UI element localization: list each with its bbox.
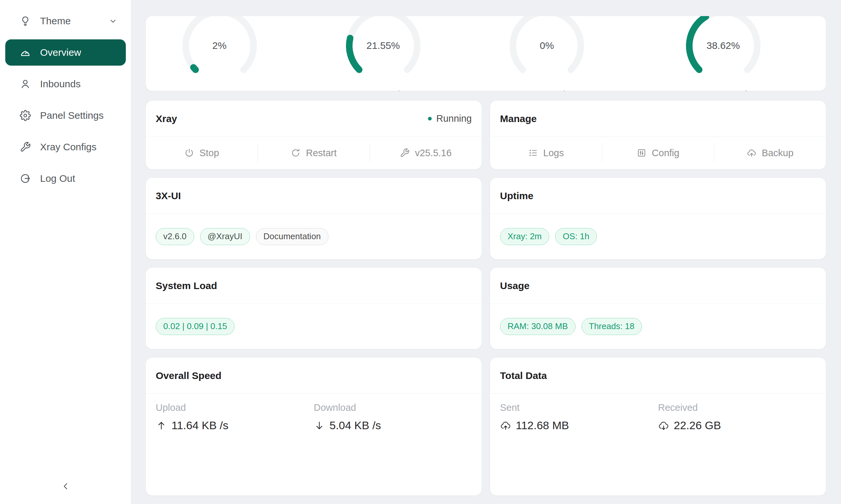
ram-gauge: 21.55% RAM: 1.67 GB / 7.75 GB	[328, 16, 438, 91]
storage-gauge-ring: 38.62%	[685, 16, 762, 84]
sliders-icon	[637, 148, 647, 158]
restart-button[interactable]: Restart	[258, 137, 370, 169]
sidebar-footer	[0, 474, 131, 504]
upload-label: Upload	[156, 402, 314, 413]
main-content: 2% CPU: 1 Core 21.55% RAM: 1.67 GB / 7	[132, 0, 841, 504]
sidebar-item-label: Theme	[40, 15, 71, 26]
download-stat: Download 5.04 KB /s	[314, 402, 472, 432]
sidebar-item-label: Xray Configs	[40, 141, 97, 152]
sidebar-item-label: Log Out	[40, 173, 75, 184]
uptime-card: Uptime Xray: 2m OS: 1h	[490, 178, 826, 259]
received-label: Received	[658, 402, 816, 413]
area-chart-icon[interactable]	[246, 90, 256, 91]
sidebar-item-theme[interactable]: Theme	[5, 8, 126, 34]
ram-gauge-ring: 21.55%	[345, 16, 422, 84]
swap-gauge-ring: 0%	[508, 16, 585, 84]
manage-card-title: Manage	[500, 113, 537, 124]
list-icon	[528, 148, 538, 158]
threads-tag: Threads: 18	[582, 318, 642, 335]
received-value: 22.26 GB	[658, 419, 816, 432]
overall-speed-card: Overall Speed Upload 11.64 KB /s Downloa…	[146, 358, 482, 496]
cpu-gauge-ring: 2%	[181, 16, 258, 84]
backup-button[interactable]: Backup	[714, 137, 826, 169]
cpu-gauge-value: 2%	[181, 16, 258, 84]
download-label: Download	[314, 402, 472, 413]
usage-card-title: Usage	[500, 280, 530, 291]
xui-card-title: 3X-UI	[156, 190, 181, 201]
xray-version-button[interactable]: v25.5.16	[370, 137, 482, 169]
overall-speed-card-title: Overall Speed	[156, 370, 221, 381]
stop-button[interactable]: Stop	[146, 137, 258, 169]
xray-card-title: Xray	[156, 113, 177, 124]
cloud-backup-icon	[747, 148, 757, 158]
received-stat: Received 22.26 GB	[658, 402, 816, 432]
sidebar-item-overview[interactable]: Overview	[5, 39, 126, 66]
dashboard-gauge-icon	[20, 47, 31, 58]
uptime-card-title: Uptime	[500, 190, 533, 201]
download-value: 5.04 KB /s	[314, 419, 472, 432]
sidebar-item-panel-settings[interactable]: Panel Settings	[5, 102, 126, 129]
storage-gauge: 38.62% Storage: 12.10 GB / 31.33 GB	[655, 16, 791, 91]
wrench-icon	[400, 148, 410, 158]
sidebar-item-label: Overview	[40, 47, 81, 58]
sidebar-item-label: Inbounds	[40, 78, 81, 90]
xui-card: 3X-UI v2.6.0 @XrayUI Documentation	[146, 178, 482, 259]
sidebar-item-log-out[interactable]: Log Out	[5, 165, 126, 192]
ram-gauge-value: 21.55%	[345, 16, 422, 84]
power-icon	[184, 148, 194, 158]
user-icon	[20, 78, 31, 90]
arrow-up-icon	[156, 420, 167, 431]
xray-status: Running	[428, 113, 472, 124]
cpu-gauge: 2% CPU: 1 Core	[181, 16, 258, 91]
status-label: Running	[436, 113, 472, 124]
system-load-card: System Load 0.02 | 0.09 | 0.15	[146, 268, 482, 349]
config-button[interactable]: Config	[602, 137, 714, 169]
upload-stat: Upload 11.64 KB /s	[156, 402, 314, 432]
xray-card: Xray Running Stop Res	[146, 101, 482, 169]
lightbulb-icon	[20, 15, 31, 26]
wrench-icon	[20, 141, 31, 152]
chevron-down-icon	[108, 16, 118, 26]
xray-uptime-tag: Xray: 2m	[500, 228, 549, 245]
chevron-left-icon	[61, 481, 71, 491]
version-tag[interactable]: v2.6.0	[156, 228, 194, 245]
cloud-download-icon	[658, 420, 669, 431]
total-data-card-title: Total Data	[500, 370, 547, 381]
logout-icon	[20, 173, 31, 184]
gear-icon	[20, 110, 31, 121]
system-load-card-title: System Load	[156, 280, 217, 291]
sidebar-item-xray-configs[interactable]: Xray Configs	[5, 134, 126, 160]
upload-value: 11.64 KB /s	[156, 419, 314, 432]
storage-gauge-label: Storage: 12.10 GB / 31.33 GB	[655, 89, 791, 91]
swap-gauge-label: Swap: 0 B / 0 B	[512, 89, 582, 91]
storage-gauge-value: 38.62%	[685, 16, 762, 84]
os-uptime-tag: OS: 1h	[555, 228, 597, 245]
total-data-card: Total Data Sent 112.68 MB Received	[490, 358, 826, 496]
ram-usage-tag: RAM: 30.08 MB	[500, 318, 576, 335]
sent-value: 112.68 MB	[500, 419, 658, 432]
swap-gauge-value: 0%	[508, 16, 585, 84]
sidebar-item-label: Panel Settings	[40, 110, 103, 121]
sidebar: Theme Overview Inbounds Panel	[0, 0, 132, 504]
status-dot	[428, 117, 432, 121]
manage-card: Manage Logs Config	[490, 101, 826, 169]
sidebar-nav: Theme Overview Inbounds Panel	[0, 8, 131, 474]
reload-icon	[291, 148, 301, 158]
cpu-gauge-label: CPU: 1 Core	[183, 89, 256, 91]
ram-gauge-label: RAM: 1.67 GB / 7.75 GB	[328, 89, 438, 91]
load-average-tag: 0.02 | 0.09 | 0.15	[156, 318, 235, 335]
documentation-tag[interactable]: Documentation	[256, 228, 328, 245]
sidebar-collapse-button[interactable]	[58, 479, 73, 494]
usage-card: Usage RAM: 30.08 MB Threads: 18	[490, 268, 826, 349]
logs-button[interactable]: Logs	[490, 137, 602, 169]
sent-label: Sent	[500, 402, 658, 413]
sidebar-item-inbounds[interactable]: Inbounds	[5, 71, 126, 97]
telegram-tag[interactable]: @XrayUI	[200, 228, 250, 245]
cloud-upload-icon	[500, 420, 511, 431]
sent-stat: Sent 112.68 MB	[500, 402, 658, 432]
arrow-down-icon	[314, 420, 325, 431]
system-gauges-card: 2% CPU: 1 Core 21.55% RAM: 1.67 GB / 7	[146, 16, 826, 91]
swap-gauge: 0% Swap: 0 B / 0 B	[508, 16, 585, 91]
